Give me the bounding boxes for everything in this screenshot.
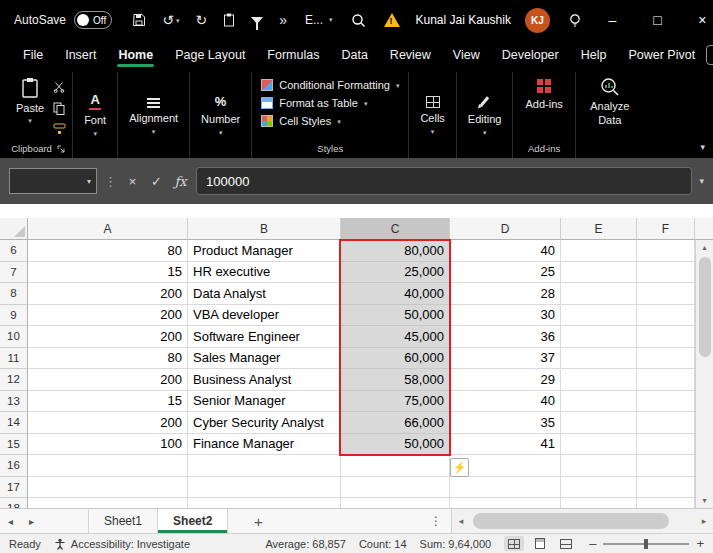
zoom-slider[interactable]	[603, 543, 689, 545]
cell-A7[interactable]: 15	[28, 262, 188, 284]
cell-A15[interactable]: 100	[28, 434, 188, 456]
cell-A18[interactable]	[28, 498, 188, 508]
zoom-out-button[interactable]: –	[589, 536, 596, 551]
sheet-tab-sheet1[interactable]: Sheet1	[88, 509, 158, 533]
column-header-b[interactable]: B	[188, 218, 341, 240]
cell-F12[interactable]	[637, 369, 695, 391]
formula-input[interactable]: 100000	[196, 167, 692, 195]
cell-C7[interactable]: 25,000	[341, 262, 450, 284]
collapse-ribbon-icon[interactable]: ▾	[700, 142, 705, 152]
sheet-options-icon[interactable]: ⋮	[421, 509, 451, 533]
row-header-12[interactable]: 12	[0, 369, 28, 391]
cell-D18[interactable]	[450, 498, 561, 508]
analyze-data-button[interactable]: Analyze Data	[581, 72, 639, 128]
cell-A11[interactable]: 80	[28, 348, 188, 370]
row-header-7[interactable]: 7	[0, 262, 28, 284]
cell-C8[interactable]: 40,000	[341, 283, 450, 305]
cell-C10[interactable]: 45,000	[341, 326, 450, 348]
cell-F9[interactable]	[637, 305, 695, 327]
paste-button[interactable]: Paste ▾	[9, 72, 51, 124]
cell-E14[interactable]	[561, 412, 637, 434]
more-commands-icon[interactable]: »	[279, 13, 287, 27]
cell-E8[interactable]	[561, 283, 637, 305]
cell-B12[interactable]: Business Analyst	[188, 369, 341, 391]
cell-E17[interactable]	[561, 477, 637, 499]
cell-B10[interactable]: Software Engineer	[188, 326, 341, 348]
format-as-table-button[interactable]: Format as Table ▾	[261, 97, 399, 109]
row-header-18[interactable]: 18	[0, 498, 28, 508]
format-painter-button[interactable]	[51, 122, 67, 136]
cell-F10[interactable]	[637, 326, 695, 348]
cell-C12[interactable]: 58,000	[341, 369, 450, 391]
cell-B6[interactable]: Product Manager	[188, 240, 341, 262]
tab-page-layout[interactable]: Page Layout	[164, 40, 256, 70]
cell-styles-button[interactable]: Cell Styles ▾	[261, 115, 399, 127]
horizontal-scrollbar[interactable]: ◂ ▸	[451, 509, 713, 533]
cut-button[interactable]	[51, 80, 67, 94]
redo-icon[interactable]: ↻	[195, 13, 207, 27]
cell-D17[interactable]	[450, 477, 561, 499]
search-icon[interactable]	[351, 13, 366, 28]
cell-B16[interactable]	[188, 455, 341, 477]
add-sheet-button[interactable]: +	[242, 509, 274, 533]
row-header-11[interactable]: 11	[0, 348, 28, 370]
scroll-left-icon[interactable]: ◂	[452, 516, 470, 526]
filter-icon[interactable]	[251, 17, 263, 24]
cell-E10[interactable]	[561, 326, 637, 348]
cell-A9[interactable]: 200	[28, 305, 188, 327]
cell-D12[interactable]: 29	[450, 369, 561, 391]
cell-F18[interactable]	[637, 498, 695, 508]
row-header-6[interactable]: 6	[0, 240, 28, 262]
cell-E9[interactable]	[561, 305, 637, 327]
row-header-16[interactable]: 16	[0, 455, 28, 477]
cell-B15[interactable]: Finance Manager	[188, 434, 341, 456]
cell-E16[interactable]	[561, 455, 637, 477]
select-all-button[interactable]	[0, 218, 28, 240]
copy-button[interactable]	[51, 101, 67, 115]
cell-D14[interactable]: 35	[450, 412, 561, 434]
cell-C13[interactable]: 75,000	[341, 391, 450, 413]
view-page-layout-button[interactable]	[530, 536, 550, 551]
cell-F11[interactable]	[637, 348, 695, 370]
cell-A10[interactable]: 200	[28, 326, 188, 348]
addins-button[interactable]: Add-ins	[518, 72, 569, 110]
editing-button[interactable]: Editing ▾	[462, 94, 508, 136]
vertical-scrollbar[interactable]: ▴ ▾	[695, 240, 713, 508]
view-page-break-button[interactable]	[556, 536, 576, 551]
cell-F8[interactable]	[637, 283, 695, 305]
sheet-nav-right-icon[interactable]: ▸	[21, 509, 42, 533]
cell-C18[interactable]	[341, 498, 450, 508]
cell-A12[interactable]: 200	[28, 369, 188, 391]
cell-C11[interactable]: 60,000	[341, 348, 450, 370]
scroll-down-icon[interactable]: ▾	[702, 493, 706, 508]
close-button[interactable]: ×	[680, 0, 713, 40]
cell-F13[interactable]	[637, 391, 695, 413]
cell-C15[interactable]: 50,000	[341, 434, 450, 456]
view-normal-button[interactable]	[504, 536, 524, 551]
quick-analysis-button[interactable]: ⚡	[450, 458, 469, 477]
cell-F16[interactable]	[637, 455, 695, 477]
autosave-toggle[interactable]: Off	[74, 11, 112, 29]
cell-B13[interactable]: Senior Manager	[188, 391, 341, 413]
column-header-f[interactable]: F	[637, 218, 695, 240]
insert-function-icon[interactable]: ƒx	[172, 174, 189, 189]
number-button[interactable]: % Number ▾	[195, 94, 246, 136]
cell-C16[interactable]	[341, 455, 450, 477]
cell-E7[interactable]	[561, 262, 637, 284]
cell-A6[interactable]: 80	[28, 240, 188, 262]
tab-formulas[interactable]: Formulas	[256, 40, 330, 70]
horizontal-scroll-track[interactable]	[470, 509, 695, 533]
vertical-scroll-thumb[interactable]	[699, 257, 711, 357]
cell-F15[interactable]	[637, 434, 695, 456]
lightbulb-icon[interactable]	[568, 13, 582, 28]
cell-D13[interactable]: 40	[450, 391, 561, 413]
avatar[interactable]: KJ	[525, 8, 550, 33]
enter-icon[interactable]: ✓	[148, 174, 165, 189]
formula-bar-expand-icon[interactable]: ▾	[699, 176, 704, 186]
cell-D15[interactable]: 41	[450, 434, 561, 456]
row-header-13[interactable]: 13	[0, 391, 28, 413]
column-header-c[interactable]: C	[341, 218, 450, 240]
sheet-tab-sheet2[interactable]: Sheet2	[158, 509, 228, 533]
cell-C17[interactable]	[341, 477, 450, 499]
cell-C9[interactable]: 50,000	[341, 305, 450, 327]
